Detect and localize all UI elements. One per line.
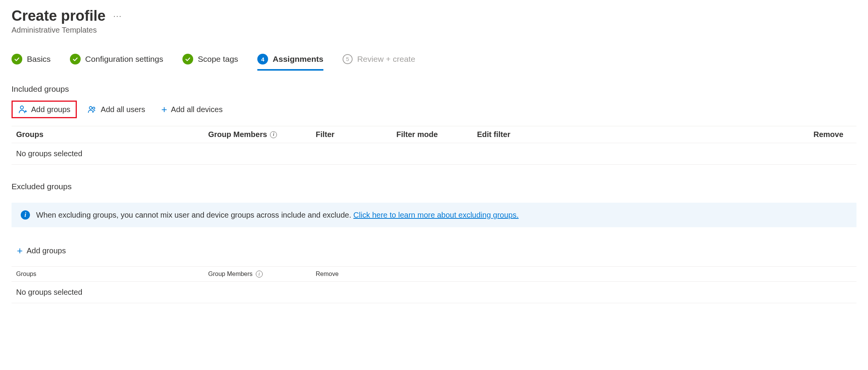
svg-point-1: [89, 107, 92, 109]
button-label: Add groups: [27, 246, 66, 255]
step-basics[interactable]: Basics: [12, 54, 51, 69]
people-icon: [88, 105, 97, 114]
excluded-groups-table: Groups Group Members i Remove No groups …: [12, 266, 856, 303]
column-filter[interactable]: Filter: [316, 130, 396, 139]
more-actions-icon[interactable]: ···: [113, 12, 122, 20]
step-label: Scope tags: [198, 55, 238, 64]
excluded-actions: + Add groups: [12, 243, 856, 259]
included-actions: Add groups Add all users + Add all devic…: [12, 101, 856, 118]
column-remove[interactable]: Remove: [316, 271, 362, 278]
step-label: Configuration settings: [85, 55, 163, 64]
included-empty-row: No groups selected: [12, 143, 856, 165]
plus-icon: +: [17, 246, 23, 256]
included-groups-heading: Included groups: [12, 84, 856, 94]
info-icon[interactable]: i: [270, 131, 277, 138]
exclusion-info-banner: i When excluding groups, you cannot mix …: [12, 203, 856, 227]
add-all-devices-button[interactable]: + Add all devices: [156, 101, 228, 118]
svg-point-0: [20, 106, 23, 109]
page-title: Create profile: [12, 8, 106, 24]
step-number-icon: 4: [257, 54, 268, 64]
step-label: Basics: [27, 55, 51, 64]
person-add-icon: [18, 105, 27, 114]
column-filter-mode[interactable]: Filter mode: [396, 130, 477, 139]
column-groups[interactable]: Groups: [16, 271, 208, 278]
checkmark-icon: [70, 54, 81, 64]
add-groups-button-excluded[interactable]: + Add groups: [12, 243, 71, 259]
button-label: Add groups: [31, 105, 70, 114]
svg-point-2: [93, 107, 95, 109]
column-group-members[interactable]: Group Members i: [208, 130, 316, 139]
page-subtitle: Administrative Templates: [12, 26, 856, 35]
add-groups-button[interactable]: Add groups: [12, 101, 77, 118]
step-configuration-settings[interactable]: Configuration settings: [70, 54, 163, 69]
wizard-stepper: Basics Configuration settings Scope tags…: [12, 54, 856, 69]
column-groups[interactable]: Groups: [16, 130, 208, 139]
step-label: Assignments: [273, 55, 323, 64]
learn-more-link[interactable]: Click here to learn more about excluding…: [353, 211, 518, 219]
banner-text: When excluding groups, you cannot mix us…: [36, 211, 518, 220]
column-label: Group Members: [208, 130, 267, 139]
info-icon: i: [21, 210, 30, 220]
excluded-groups-heading: Excluded groups: [12, 182, 856, 191]
button-label: Add all devices: [171, 105, 223, 114]
column-remove[interactable]: Remove: [813, 130, 852, 139]
step-review-create[interactable]: 5 Review + create: [343, 54, 415, 69]
included-groups-table: Groups Group Members i Filter Filter mod…: [12, 126, 856, 165]
column-label: Group Members: [208, 271, 253, 278]
step-scope-tags[interactable]: Scope tags: [182, 54, 238, 69]
info-icon[interactable]: i: [256, 271, 263, 278]
checkmark-icon: [182, 54, 193, 64]
button-label: Add all users: [101, 105, 145, 114]
checkmark-icon: [12, 54, 22, 64]
column-edit-filter[interactable]: Edit filter: [477, 130, 558, 139]
column-group-members[interactable]: Group Members i: [208, 271, 316, 278]
step-label: Review + create: [357, 55, 415, 64]
table-header: Groups Group Members i Remove: [12, 266, 856, 282]
step-assignments[interactable]: 4 Assignments: [257, 54, 323, 71]
step-number-icon: 5: [343, 54, 353, 64]
excluded-empty-row: No groups selected: [12, 282, 856, 303]
add-all-users-button[interactable]: Add all users: [82, 101, 151, 118]
table-header: Groups Group Members i Filter Filter mod…: [12, 126, 856, 143]
banner-message: When excluding groups, you cannot mix us…: [36, 211, 353, 219]
plus-icon: +: [161, 104, 167, 114]
